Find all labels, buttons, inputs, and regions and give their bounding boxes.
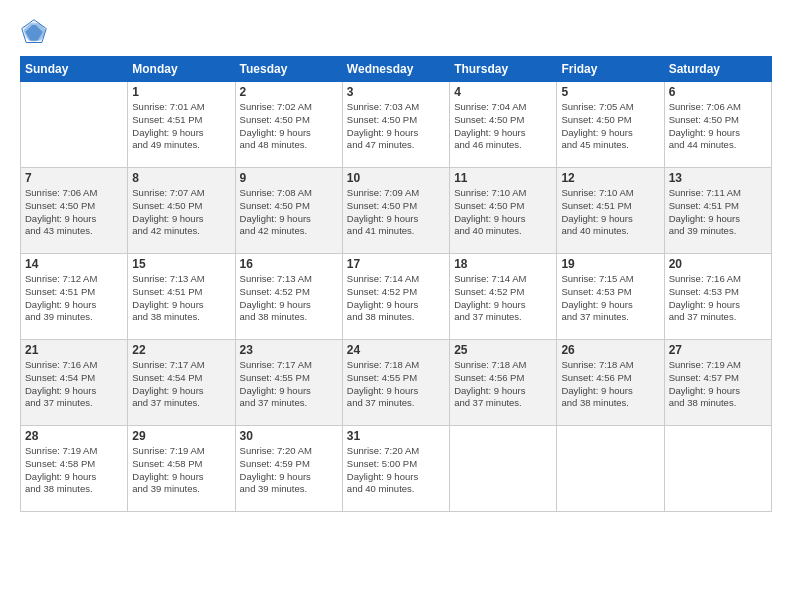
calendar-cell (21, 82, 128, 168)
calendar-header-row: SundayMondayTuesdayWednesdayThursdayFrid… (21, 57, 772, 82)
day-number: 25 (454, 343, 552, 357)
day-info: Sunrise: 7:11 AM Sunset: 4:51 PM Dayligh… (669, 187, 767, 238)
day-info: Sunrise: 7:10 AM Sunset: 4:50 PM Dayligh… (454, 187, 552, 238)
day-number: 31 (347, 429, 445, 443)
day-number: 2 (240, 85, 338, 99)
day-info: Sunrise: 7:17 AM Sunset: 4:55 PM Dayligh… (240, 359, 338, 410)
day-number: 20 (669, 257, 767, 271)
calendar-cell: 22Sunrise: 7:17 AM Sunset: 4:54 PM Dayli… (128, 340, 235, 426)
calendar-cell: 8Sunrise: 7:07 AM Sunset: 4:50 PM Daylig… (128, 168, 235, 254)
day-info: Sunrise: 7:12 AM Sunset: 4:51 PM Dayligh… (25, 273, 123, 324)
day-info: Sunrise: 7:19 AM Sunset: 4:58 PM Dayligh… (132, 445, 230, 496)
day-info: Sunrise: 7:15 AM Sunset: 4:53 PM Dayligh… (561, 273, 659, 324)
day-number: 18 (454, 257, 552, 271)
calendar-cell: 21Sunrise: 7:16 AM Sunset: 4:54 PM Dayli… (21, 340, 128, 426)
day-number: 1 (132, 85, 230, 99)
day-number: 23 (240, 343, 338, 357)
day-number: 30 (240, 429, 338, 443)
day-info: Sunrise: 7:14 AM Sunset: 4:52 PM Dayligh… (347, 273, 445, 324)
day-number: 9 (240, 171, 338, 185)
day-info: Sunrise: 7:06 AM Sunset: 4:50 PM Dayligh… (669, 101, 767, 152)
day-info: Sunrise: 7:14 AM Sunset: 4:52 PM Dayligh… (454, 273, 552, 324)
calendar-cell (664, 426, 771, 512)
calendar-cell: 14Sunrise: 7:12 AM Sunset: 4:51 PM Dayli… (21, 254, 128, 340)
day-number: 3 (347, 85, 445, 99)
day-number: 14 (25, 257, 123, 271)
day-number: 19 (561, 257, 659, 271)
calendar-week-3: 14Sunrise: 7:12 AM Sunset: 4:51 PM Dayli… (21, 254, 772, 340)
calendar-cell: 24Sunrise: 7:18 AM Sunset: 4:55 PM Dayli… (342, 340, 449, 426)
day-info: Sunrise: 7:18 AM Sunset: 4:55 PM Dayligh… (347, 359, 445, 410)
calendar-cell: 25Sunrise: 7:18 AM Sunset: 4:56 PM Dayli… (450, 340, 557, 426)
day-info: Sunrise: 7:07 AM Sunset: 4:50 PM Dayligh… (132, 187, 230, 238)
day-number: 21 (25, 343, 123, 357)
column-header-thursday: Thursday (450, 57, 557, 82)
day-number: 17 (347, 257, 445, 271)
day-number: 5 (561, 85, 659, 99)
calendar-cell: 19Sunrise: 7:15 AM Sunset: 4:53 PM Dayli… (557, 254, 664, 340)
calendar-cell: 6Sunrise: 7:06 AM Sunset: 4:50 PM Daylig… (664, 82, 771, 168)
day-info: Sunrise: 7:03 AM Sunset: 4:50 PM Dayligh… (347, 101, 445, 152)
day-number: 12 (561, 171, 659, 185)
column-header-saturday: Saturday (664, 57, 771, 82)
calendar-cell: 5Sunrise: 7:05 AM Sunset: 4:50 PM Daylig… (557, 82, 664, 168)
day-number: 4 (454, 85, 552, 99)
day-number: 8 (132, 171, 230, 185)
day-info: Sunrise: 7:02 AM Sunset: 4:50 PM Dayligh… (240, 101, 338, 152)
day-number: 28 (25, 429, 123, 443)
header (20, 18, 772, 46)
day-info: Sunrise: 7:05 AM Sunset: 4:50 PM Dayligh… (561, 101, 659, 152)
day-number: 11 (454, 171, 552, 185)
day-info: Sunrise: 7:13 AM Sunset: 4:52 PM Dayligh… (240, 273, 338, 324)
column-header-monday: Monday (128, 57, 235, 82)
calendar-cell: 30Sunrise: 7:20 AM Sunset: 4:59 PM Dayli… (235, 426, 342, 512)
calendar-week-4: 21Sunrise: 7:16 AM Sunset: 4:54 PM Dayli… (21, 340, 772, 426)
day-info: Sunrise: 7:09 AM Sunset: 4:50 PM Dayligh… (347, 187, 445, 238)
calendar-cell: 29Sunrise: 7:19 AM Sunset: 4:58 PM Dayli… (128, 426, 235, 512)
calendar-cell: 15Sunrise: 7:13 AM Sunset: 4:51 PM Dayli… (128, 254, 235, 340)
calendar-cell: 27Sunrise: 7:19 AM Sunset: 4:57 PM Dayli… (664, 340, 771, 426)
calendar-cell: 12Sunrise: 7:10 AM Sunset: 4:51 PM Dayli… (557, 168, 664, 254)
day-info: Sunrise: 7:20 AM Sunset: 4:59 PM Dayligh… (240, 445, 338, 496)
calendar-cell: 23Sunrise: 7:17 AM Sunset: 4:55 PM Dayli… (235, 340, 342, 426)
day-info: Sunrise: 7:13 AM Sunset: 4:51 PM Dayligh… (132, 273, 230, 324)
calendar-cell: 3Sunrise: 7:03 AM Sunset: 4:50 PM Daylig… (342, 82, 449, 168)
day-number: 10 (347, 171, 445, 185)
column-header-tuesday: Tuesday (235, 57, 342, 82)
day-number: 16 (240, 257, 338, 271)
day-number: 15 (132, 257, 230, 271)
calendar-week-5: 28Sunrise: 7:19 AM Sunset: 4:58 PM Dayli… (21, 426, 772, 512)
calendar-cell: 10Sunrise: 7:09 AM Sunset: 4:50 PM Dayli… (342, 168, 449, 254)
day-info: Sunrise: 7:01 AM Sunset: 4:51 PM Dayligh… (132, 101, 230, 152)
column-header-wednesday: Wednesday (342, 57, 449, 82)
calendar-cell: 28Sunrise: 7:19 AM Sunset: 4:58 PM Dayli… (21, 426, 128, 512)
column-header-sunday: Sunday (21, 57, 128, 82)
day-info: Sunrise: 7:19 AM Sunset: 4:58 PM Dayligh… (25, 445, 123, 496)
logo-icon (20, 18, 48, 46)
calendar-cell: 7Sunrise: 7:06 AM Sunset: 4:50 PM Daylig… (21, 168, 128, 254)
day-info: Sunrise: 7:06 AM Sunset: 4:50 PM Dayligh… (25, 187, 123, 238)
calendar-cell (557, 426, 664, 512)
day-info: Sunrise: 7:19 AM Sunset: 4:57 PM Dayligh… (669, 359, 767, 410)
calendar-cell: 26Sunrise: 7:18 AM Sunset: 4:56 PM Dayli… (557, 340, 664, 426)
day-info: Sunrise: 7:18 AM Sunset: 4:56 PM Dayligh… (561, 359, 659, 410)
day-number: 24 (347, 343, 445, 357)
day-number: 6 (669, 85, 767, 99)
calendar-cell: 13Sunrise: 7:11 AM Sunset: 4:51 PM Dayli… (664, 168, 771, 254)
calendar-cell: 31Sunrise: 7:20 AM Sunset: 5:00 PM Dayli… (342, 426, 449, 512)
day-number: 29 (132, 429, 230, 443)
day-number: 26 (561, 343, 659, 357)
day-info: Sunrise: 7:17 AM Sunset: 4:54 PM Dayligh… (132, 359, 230, 410)
logo (20, 18, 52, 46)
day-info: Sunrise: 7:08 AM Sunset: 4:50 PM Dayligh… (240, 187, 338, 238)
day-info: Sunrise: 7:18 AM Sunset: 4:56 PM Dayligh… (454, 359, 552, 410)
calendar-table: SundayMondayTuesdayWednesdayThursdayFrid… (20, 56, 772, 512)
calendar-week-2: 7Sunrise: 7:06 AM Sunset: 4:50 PM Daylig… (21, 168, 772, 254)
calendar-cell: 17Sunrise: 7:14 AM Sunset: 4:52 PM Dayli… (342, 254, 449, 340)
calendar-cell: 4Sunrise: 7:04 AM Sunset: 4:50 PM Daylig… (450, 82, 557, 168)
calendar-cell: 16Sunrise: 7:13 AM Sunset: 4:52 PM Dayli… (235, 254, 342, 340)
calendar-cell: 2Sunrise: 7:02 AM Sunset: 4:50 PM Daylig… (235, 82, 342, 168)
column-header-friday: Friday (557, 57, 664, 82)
calendar-cell (450, 426, 557, 512)
day-info: Sunrise: 7:10 AM Sunset: 4:51 PM Dayligh… (561, 187, 659, 238)
